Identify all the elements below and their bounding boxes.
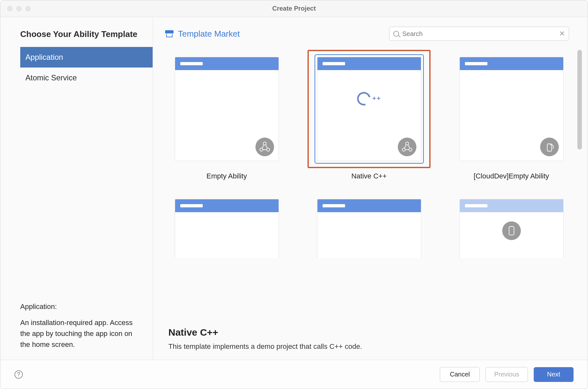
footer: ? Cancel Previous Next	[0, 360, 588, 389]
template-grid: Empty Ability ++ Native C++	[165, 50, 573, 265]
template-empty-ability[interactable]: Empty Ability	[165, 50, 288, 180]
template-clouddev-empty-ability[interactable]: [CloudDev]Empty Ability	[450, 50, 573, 180]
sidebar-item-label: Application	[25, 53, 63, 62]
template-market-label: Template Market	[178, 29, 240, 39]
create-project-window: Create Project Choose Your Ability Templ…	[0, 0, 588, 389]
phone-icon	[502, 221, 521, 240]
sidebar-item-atomic-service[interactable]: Atomic Service	[0, 68, 153, 88]
template-row2-item[interactable]	[450, 192, 573, 265]
svg-point-3	[405, 142, 409, 145]
cpp-icon: ++	[357, 92, 381, 105]
template-row2-item[interactable]	[307, 192, 431, 265]
gallery-scrollbar[interactable]	[577, 50, 582, 149]
svg-rect-7	[509, 226, 514, 235]
search-input[interactable]	[402, 30, 556, 38]
sidebar-description-text: An installation-required app. Access the…	[20, 317, 133, 350]
template-native-cpp[interactable]: ++ Native C++	[307, 50, 431, 180]
main-panel: Template Market ✕	[153, 17, 588, 360]
search-icon	[393, 31, 399, 37]
previous-button: Previous	[486, 367, 528, 382]
template-label: Empty Ability	[207, 172, 247, 180]
sidebar: Choose Your Ability Template Application…	[0, 17, 153, 360]
search-box[interactable]: ✕	[389, 27, 569, 41]
sidebar-item-label: Atomic Service	[25, 73, 77, 82]
minimize-window-icon[interactable]	[16, 6, 22, 11]
clear-search-icon[interactable]: ✕	[559, 30, 565, 38]
svg-point-2	[266, 148, 270, 151]
next-button[interactable]: Next	[534, 367, 574, 382]
sidebar-item-application[interactable]: Application	[20, 47, 153, 68]
sidebar-description: Application: An installation-required ap…	[0, 303, 153, 350]
template-row2-item[interactable]	[165, 192, 288, 265]
titlebar: Create Project	[0, 0, 588, 17]
sidebar-heading: Choose Your Ability Template	[0, 29, 153, 47]
window-title: Create Project	[0, 5, 588, 12]
detail-title: Native C++	[168, 327, 569, 338]
template-market-link[interactable]: Template Market	[165, 29, 240, 39]
svg-point-1	[260, 148, 263, 151]
body: Choose Your Ability Template Application…	[0, 17, 588, 360]
svg-rect-6	[547, 144, 551, 151]
template-label: Native C++	[351, 172, 387, 180]
network-icon	[398, 138, 416, 156]
svg-point-5	[409, 148, 412, 151]
help-button[interactable]: ?	[14, 370, 23, 379]
svg-point-0	[263, 142, 266, 145]
close-window-icon[interactable]	[7, 6, 13, 11]
template-detail: Native C++ This template implements a de…	[153, 324, 588, 360]
cancel-button[interactable]: Cancel	[440, 367, 480, 382]
maximize-window-icon[interactable]	[25, 6, 31, 11]
template-gallery: Empty Ability ++ Native C++	[153, 43, 588, 324]
main-header: Template Market ✕	[153, 17, 588, 43]
network-icon	[255, 138, 274, 156]
window-controls	[7, 6, 31, 11]
svg-point-4	[402, 148, 405, 151]
template-label: [CloudDev]Empty Ability	[474, 172, 549, 180]
detail-text: This template implements a demo project …	[168, 342, 569, 351]
cloud-phone-icon	[540, 138, 559, 156]
store-icon	[165, 30, 174, 37]
sidebar-description-title: Application:	[20, 303, 133, 311]
